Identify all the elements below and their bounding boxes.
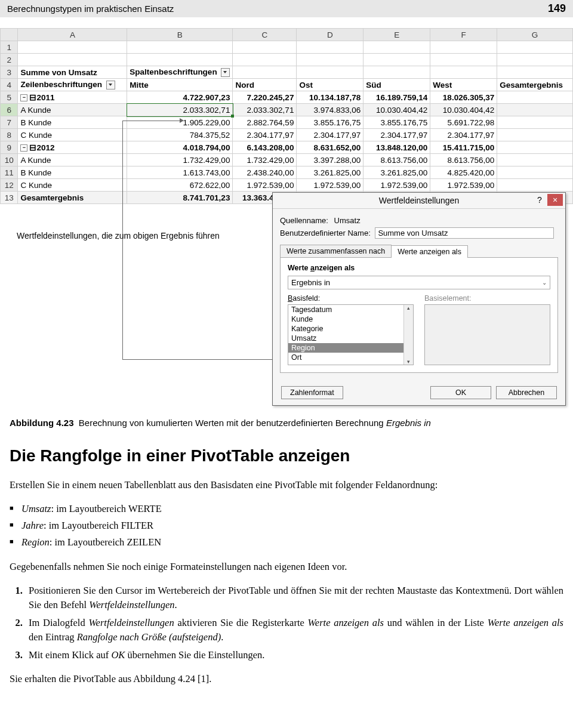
cell[interactable]: [18, 54, 127, 66]
cell[interactable]: 3.261.825,00: [363, 166, 430, 179]
list-item[interactable]: Tagesdatum: [288, 305, 413, 314]
cell[interactable]: 784.375,52: [127, 129, 233, 141]
list-item[interactable]: Region: [288, 343, 413, 353]
cell[interactable]: C Kunde: [18, 129, 127, 141]
cell[interactable]: [430, 66, 497, 79]
row-header[interactable]: 7: [1, 116, 18, 129]
cell[interactable]: Gesamtergebnis: [18, 192, 127, 204]
row-header[interactable]: 4: [1, 79, 18, 91]
cell[interactable]: [497, 154, 573, 166]
cell[interactable]: 3.855.176,75: [363, 116, 430, 129]
list-item[interactable]: Kategorie: [288, 324, 413, 334]
column-header[interactable]: E: [363, 29, 430, 41]
cell[interactable]: 1.732.429,00: [233, 154, 297, 166]
row-header[interactable]: 1: [1, 41, 18, 54]
show-values-as-combo[interactable]: Ergebnis in ⌄: [288, 276, 550, 289]
column-header[interactable]: D: [297, 29, 363, 41]
cell[interactable]: [497, 91, 573, 104]
cell[interactable]: 18.026.305,37: [430, 91, 497, 104]
help-icon[interactable]: ?: [532, 194, 547, 206]
cell[interactable]: 15.411.715,00: [430, 141, 497, 154]
row-header[interactable]: 8: [1, 129, 18, 141]
row-header[interactable]: 9: [1, 141, 18, 154]
cell[interactable]: [363, 41, 430, 54]
cell[interactable]: [497, 104, 573, 116]
cell[interactable]: [363, 54, 430, 66]
cell[interactable]: Ost: [297, 79, 363, 91]
cell[interactable]: 2.304.177,97: [297, 129, 363, 141]
column-header[interactable]: B: [127, 29, 233, 41]
cell[interactable]: 672.622,00: [127, 179, 233, 192]
cell[interactable]: Nord: [233, 79, 297, 91]
cell[interactable]: [297, 41, 363, 54]
cell[interactable]: [127, 54, 233, 66]
cell[interactable]: 8.741.701,23: [127, 192, 233, 204]
cell[interactable]: [497, 166, 573, 179]
cell[interactable]: 16.189.759,14: [363, 91, 430, 104]
cell[interactable]: −⊟2012: [18, 141, 127, 154]
row-header[interactable]: 3: [1, 66, 18, 79]
number-format-button[interactable]: Zahlenformat: [281, 386, 343, 399]
list-item[interactable]: Kunde: [288, 314, 413, 324]
cell[interactable]: 10.030.404,42: [430, 104, 497, 116]
row-header[interactable]: 5: [1, 91, 18, 104]
cell[interactable]: Süd: [363, 79, 430, 91]
cell[interactable]: [233, 41, 297, 54]
cell[interactable]: [127, 41, 233, 54]
tab-summarize[interactable]: Werte zusammenfassen nach: [280, 245, 392, 257]
close-icon[interactable]: ×: [547, 194, 563, 206]
cell[interactable]: Gesamtergebnis: [497, 79, 573, 91]
cell[interactable]: 3.261.825,00: [297, 166, 363, 179]
cell[interactable]: [497, 66, 573, 79]
cell[interactable]: 1.613.743,00: [127, 166, 233, 179]
cell[interactable]: 10.030.404,42: [363, 104, 430, 116]
cell[interactable]: 4.018.794,00: [127, 141, 233, 154]
cell[interactable]: 1.972.539,00: [430, 179, 497, 192]
cell[interactable]: 4.825.420,00: [430, 166, 497, 179]
cell[interactable]: C Kunde: [18, 179, 127, 192]
cell[interactable]: West: [430, 79, 497, 91]
cell[interactable]: [233, 54, 297, 66]
cell[interactable]: 3.397.288,00: [297, 154, 363, 166]
cell[interactable]: A Kunde: [18, 104, 127, 116]
cell[interactable]: Mitte: [127, 79, 233, 91]
cancel-button[interactable]: Abbrechen: [496, 386, 557, 399]
cell[interactable]: Spaltenbeschriftungen: [127, 66, 233, 79]
cell[interactable]: 2.304.177,97: [233, 129, 297, 141]
cell[interactable]: 1.905.229,00: [127, 116, 233, 129]
cell[interactable]: 5.691.722,98: [430, 116, 497, 129]
dropdown-icon[interactable]: [106, 81, 115, 90]
cell[interactable]: 2.304.177,97: [430, 129, 497, 141]
column-header[interactable]: A: [18, 29, 127, 41]
cell[interactable]: 2.882.764,59: [233, 116, 297, 129]
list-item[interactable]: Ort: [288, 353, 413, 362]
basefield-listbox[interactable]: TagesdatumKundeKategorieUmsatzRegionOrt▴…: [288, 304, 414, 365]
cell[interactable]: 2.033.302,71: [233, 104, 297, 116]
cell[interactable]: [497, 54, 573, 66]
cell[interactable]: [497, 141, 573, 154]
cell[interactable]: B Kunde: [18, 116, 127, 129]
cell[interactable]: [430, 41, 497, 54]
cell[interactable]: 1.732.429,00: [127, 154, 233, 166]
column-header[interactable]: F: [430, 29, 497, 41]
row-header[interactable]: 2: [1, 54, 18, 66]
cell[interactable]: [363, 66, 430, 79]
cell[interactable]: [497, 41, 573, 54]
cell[interactable]: 7.220.245,27: [233, 91, 297, 104]
cell[interactable]: 1.972.539,00: [297, 179, 363, 192]
cell[interactable]: 8.631.652,00: [297, 141, 363, 154]
column-header[interactable]: G: [497, 29, 573, 41]
cell[interactable]: −⊟2011: [18, 91, 127, 104]
cell[interactable]: 13.848.120,00: [363, 141, 430, 154]
row-header[interactable]: 10: [1, 154, 18, 166]
row-header[interactable]: 6: [1, 104, 18, 116]
cell[interactable]: 2.033.302,71: [127, 104, 233, 116]
cell[interactable]: Summe von Umsatz: [18, 66, 127, 79]
cell[interactable]: 8.613.756,00: [363, 154, 430, 166]
cell[interactable]: A Kunde: [18, 154, 127, 166]
row-header[interactable]: 13: [1, 192, 18, 204]
cell[interactable]: 3.855.176,75: [297, 116, 363, 129]
cell[interactable]: 1.972.539,00: [363, 179, 430, 192]
custom-name-input[interactable]: Summe von Umsatz: [375, 227, 554, 239]
cell[interactable]: [233, 66, 297, 79]
